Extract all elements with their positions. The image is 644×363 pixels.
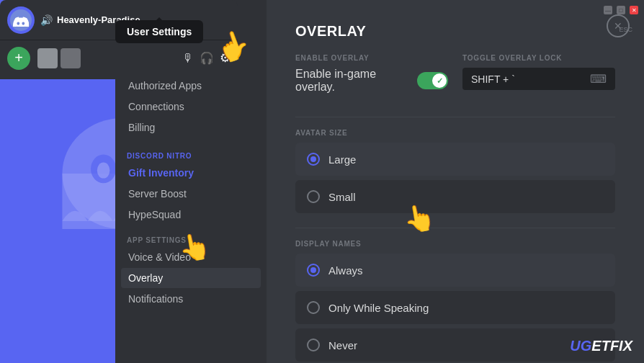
toggle-overlay-lock-label: TOGGLE OVERLAY LOCK <box>462 54 615 62</box>
divider-2 <box>295 228 615 228</box>
radio-large[interactable]: Large <box>295 143 615 176</box>
overlay-toggle[interactable]: ✓ <box>417 72 448 89</box>
watermark-ug: UG <box>570 338 591 354</box>
add-server-button[interactable]: + <box>7 47 30 70</box>
shortcut-input[interactable]: SHIFT + ` ⌨ <box>462 68 615 90</box>
toggle-lock-col: TOGGLE OVERLAY LOCK SHIFT + ` ⌨ <box>462 54 615 90</box>
toggle-check-icon: ✓ <box>437 76 443 86</box>
server-icon-image <box>10 9 32 31</box>
sidebar-item-server-boost[interactable]: Server Boost <box>121 184 261 204</box>
divider-1 <box>295 117 615 117</box>
radio-only-while-speaking[interactable]: Only While Speaking <box>295 291 615 324</box>
window-close-button[interactable]: ✕ <box>630 6 638 14</box>
server-icon[interactable] <box>7 6 35 34</box>
window-controls: — □ ✕ <box>604 6 638 14</box>
avatar-2 <box>61 48 81 68</box>
display-names-group: DISPLAY NAMES Always Only While Speaking… <box>295 240 615 362</box>
enable-overlay-col: ENABLE OVERLAY Enable in-game overlay. ✓ <box>295 54 448 105</box>
avatar-size-group: AVATAR SIZE Large Small <box>295 129 615 213</box>
enable-overlay-label: ENABLE OVERLAY <box>295 54 448 62</box>
overlay-settings-grid: ENABLE OVERLAY Enable in-game overlay. ✓… <box>295 54 615 105</box>
discord-nitro-section-label: Discord Nitro <box>121 146 261 163</box>
radio-never[interactable]: Never <box>295 328 615 362</box>
radio-circle-speaking <box>307 301 320 314</box>
sidebar-item-gift-inventory[interactable]: Gift Inventory <box>121 163 261 183</box>
radio-circle-small <box>307 190 320 203</box>
toggle-knob: ✓ <box>432 73 447 88</box>
sidebar-item-connections[interactable]: Connections <box>121 97 261 117</box>
maximize-button[interactable]: □ <box>617 6 625 14</box>
enable-in-game-overlay-text: Enable in-game overlay. <box>295 68 417 94</box>
radio-inner-large <box>310 156 316 162</box>
radio-circle-always <box>307 264 320 277</box>
avatar-group <box>37 48 81 68</box>
headphone-icon[interactable]: 🎧 <box>200 51 214 65</box>
avatar-1 <box>37 48 58 68</box>
enable-overlay-row: Enable in-game overlay. ✓ <box>295 68 448 94</box>
mic-icon[interactable]: 🎙 <box>182 52 194 65</box>
radio-always[interactable]: Always <box>295 254 615 287</box>
radio-circle-never <box>307 339 320 351</box>
radio-label-always: Always <box>328 264 363 277</box>
display-names-label: DISPLAY NAMES <box>295 240 615 248</box>
user-settings-tooltip: User Settings <box>115 20 203 43</box>
radio-label-large: Large <box>328 153 356 166</box>
radio-small[interactable]: Small <box>295 180 615 213</box>
radio-label-never: Never <box>328 339 357 351</box>
radio-circle-large <box>307 153 320 166</box>
sidebar-item-notifications[interactable]: Notifications <box>121 289 261 309</box>
watermark-etfix: ETFIX <box>591 338 632 354</box>
sidebar-item-voice-video[interactable]: Voice & Video <box>121 247 261 267</box>
svg-point-4 <box>97 163 110 179</box>
app-settings-section-label: APP SETTINGS <box>121 230 261 247</box>
sidebar-item-hypesquad[interactable]: HypeSquad <box>121 205 261 225</box>
watermark: UG ETFIX <box>570 338 632 354</box>
close-label: ESC <box>619 26 632 33</box>
keyboard-icon: ⌨ <box>590 72 607 86</box>
shortcut-text: SHIFT + ` <box>471 73 584 85</box>
radio-label-speaking: Only While Speaking <box>328 302 429 314</box>
sidebar-item-overlay[interactable]: Overlay <box>121 268 261 288</box>
sidebar-item-billing[interactable]: Billing <box>121 117 261 138</box>
minimize-button[interactable]: — <box>604 6 612 14</box>
radio-inner-always <box>310 267 316 273</box>
avatar-size-label: AVATAR SIZE <box>295 129 615 137</box>
section-title: OVERLAY <box>295 23 615 40</box>
radio-label-small: Small <box>328 191 356 203</box>
volume-icon: 🔊 <box>40 14 53 26</box>
tooltip-label: User Settings <box>127 26 192 37</box>
main-content: OVERLAY ENABLE OVERLAY Enable in-game ov… <box>267 0 644 363</box>
